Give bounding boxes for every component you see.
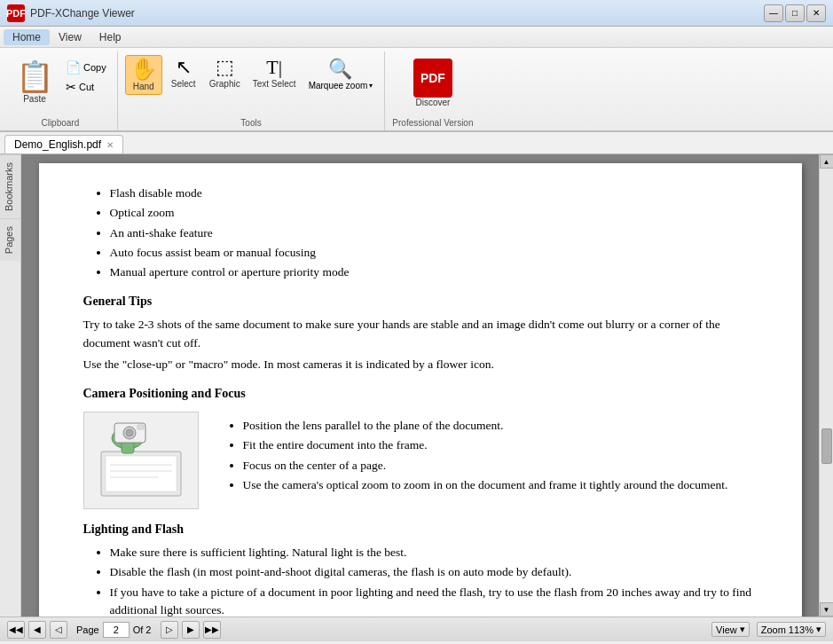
zoom-dropdown[interactable]: Zoom 113% ▾ [757,622,826,637]
svg-point-9 [126,429,133,436]
camera-positioning-heading: Camera Positioning and Focus [83,384,758,403]
cut-icon: ✂ [66,80,76,94]
doc-tab-demo[interactable]: Demo_English.pdf ✕ [4,135,123,153]
scroll-track[interactable] [820,169,833,602]
first-page-button[interactable]: ◀◀ [7,621,25,639]
view-label: View [716,624,737,635]
scroll-down-button[interactable]: ▼ [820,602,834,617]
paste-label: Paste [23,94,46,104]
list-item: Focus on the center of a page. [243,457,758,475]
list-item: If you have to take a picture of a docum… [110,584,758,617]
doc-tab-filename: Demo_English.pdf [14,138,101,151]
last-page-button[interactable]: ▶▶ [203,621,221,639]
side-panels: Bookmarks Pages [0,154,21,617]
ribbon: 📋 Paste 📄 Copy ✂ Cut Clipboard ✋ Hand [0,48,833,132]
marquee-zoom-button[interactable]: 🔍 Marquee zoom ▾ [304,55,378,93]
scroll-thumb[interactable] [821,428,832,464]
app-icon: PDF [7,4,25,22]
general-tips-heading: General Tips [83,292,758,310]
list-item: Position the lens parallel to the plane … [243,417,758,435]
of-label: Of 2 [133,624,152,635]
list-item: Optical zoom [110,204,758,222]
ribbon-group-professional: PDF Discover Professional Version [385,51,480,130]
copy-label: Copy [83,62,106,73]
text-select-tool-button[interactable]: T| Text Select [248,55,301,91]
list-item: Auto focus assist beam or manual focusin… [110,244,758,262]
copy-icon: 📄 [66,60,81,75]
page-info: Page Of 2 [76,622,152,638]
professional-group-label: Professional Version [392,116,473,130]
list-item: Manual aperture control or aperture prio… [110,263,758,281]
pdf-discover-icon: PDF [420,71,445,85]
text-select-icon: T| [266,58,282,77]
close-button[interactable]: ✕ [806,4,826,22]
pdf-page: Flash disable mode Optical zoom An anti-… [39,163,802,617]
list-item: Disable the flash (in most point-and-sho… [110,563,758,581]
zoom-dropdown-icon: ▾ [816,624,821,635]
clipboard-group-label: Clipboard [11,116,110,130]
discover-label: Discover [415,98,450,107]
general-tips-para-1: Use the "close-up" or "macro" mode. In m… [83,356,758,373]
doc-tab-close[interactable]: ✕ [106,140,114,150]
pdf-viewport[interactable]: Flash disable mode Optical zoom An anti-… [21,154,819,617]
intro-bullets: Flash disable mode Optical zoom An anti-… [110,185,758,281]
marquee-zoom-label: Marquee zoom [309,81,368,90]
magnify-icon: 🔍 [328,58,352,81]
ribbon-group-tools: ✋ Hand ↖ Select ⬚ Graphic T| Text Select… [118,51,386,130]
paste-button[interactable]: 📋 Paste [11,55,59,107]
maximize-button[interactable]: □ [785,4,805,22]
list-item: Use the camera's optical zoom to zoom in… [243,476,758,494]
next-button[interactable]: ▷ [161,621,178,639]
title-bar: PDF PDF-XChange Viewer — □ ✕ [0,0,833,27]
ribbon-group-clipboard: 📋 Paste 📄 Copy ✂ Cut Clipboard [4,51,118,130]
prev-button[interactable]: ◁ [50,621,67,639]
select-tool-button[interactable]: ↖ Select [166,55,201,91]
select-label: Select [171,79,196,89]
status-right: View ▾ Zoom 113% ▾ [711,622,826,637]
view-dropdown[interactable]: View ▾ [711,622,750,637]
hand-tool-button[interactable]: ✋ Hand [125,55,162,95]
menu-home[interactable]: Home [4,29,50,45]
svg-rect-10 [138,425,144,429]
graphic-label: Graphic [209,79,240,89]
hand-icon: ✋ [130,59,157,80]
cut-button[interactable]: ✂ Cut [62,78,110,96]
status-bar: ◀◀ ◀ ◁ Page Of 2 ▷ ▶ ▶▶ View ▾ Zoom 113%… [0,617,833,641]
next-page-button[interactable]: ▶ [182,621,200,639]
document-tabs: Demo_English.pdf ✕ [0,132,833,154]
discover-button[interactable]: PDF Discover [406,55,460,111]
main-area: Bookmarks Pages Flash disable mode Optic… [0,154,833,617]
scroll-up-button[interactable]: ▲ [820,154,834,169]
hand-label: Hand [133,82,154,91]
bookmarks-panel-tab[interactable]: Bookmarks [0,154,20,218]
select-icon: ↖ [176,58,192,77]
list-item: An anti-shake feature [110,224,758,242]
graphic-tool-button[interactable]: ⬚ Graphic [205,55,245,91]
cut-label: Cut [79,82,94,92]
list-item: Make sure there is sufficient lighting. … [110,544,758,562]
camera-figure [83,412,199,509]
page-number-input[interactable] [103,622,130,638]
text-select-label: Text Select [253,79,296,89]
zoom-label: Zoom [761,624,786,635]
prev-page-button[interactable]: ◀ [28,621,46,639]
camera-bullets: Position the lens parallel to the plane … [243,415,758,506]
menu-help[interactable]: Help [90,29,130,45]
svg-rect-1 [106,456,177,491]
camera-positioning-content: Position the lens parallel to the plane … [83,412,758,509]
window-controls: — □ ✕ [764,4,826,22]
tools-group-label: Tools [125,116,378,130]
lighting-bullets: Make sure there is sufficient lighting. … [110,544,758,617]
minimize-button[interactable]: — [764,4,783,22]
graphic-icon: ⬚ [216,58,234,77]
pages-panel-tab[interactable]: Pages [0,218,20,261]
vertical-scrollbar[interactable]: ▲ ▼ [819,154,833,617]
general-tips-para-0: Try to take 2-3 shots of the same docume… [83,316,758,352]
menu-view[interactable]: View [50,29,90,45]
view-dropdown-icon: ▾ [740,624,745,635]
zoom-value: 113% [789,624,813,635]
copy-button[interactable]: 📄 Copy [62,59,110,76]
lighting-flash-heading: Lighting and Flash [83,520,758,538]
marquee-zoom-dropdown-icon: ▾ [369,82,373,90]
camera-illustration [88,416,194,505]
